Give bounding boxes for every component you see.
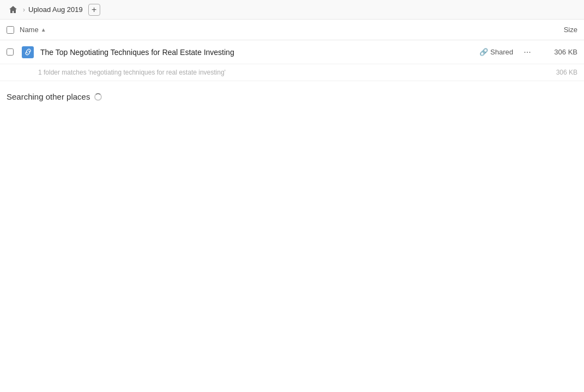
more-options-button[interactable]: ··· [520, 45, 535, 60]
other-places-text: Searching other places [7, 92, 90, 101]
file-checkbox-input[interactable] [7, 48, 14, 56]
add-button[interactable]: + [88, 4, 100, 16]
home-icon[interactable] [7, 3, 20, 16]
top-bar: › Upload Aug 2019 + [0, 0, 584, 20]
shared-label: Shared [490, 48, 513, 56]
shared-badge: 🔗 Shared [479, 48, 513, 56]
name-column-header[interactable]: Name ▲ [20, 26, 534, 34]
file-row[interactable]: The Top Negotiating Techniques for Real … [0, 40, 584, 64]
select-all-checkbox[interactable] [7, 26, 20, 34]
loading-spinner [94, 93, 102, 101]
other-places-section: Searching other places [0, 81, 584, 107]
breadcrumb-separator: › [23, 6, 25, 14]
column-header-row: Name ▲ Size [0, 20, 584, 40]
select-all-input[interactable] [7, 26, 14, 34]
name-column-label: Name [20, 26, 39, 34]
other-places-label: Searching other places [7, 92, 577, 101]
file-type-icon-wrap [20, 46, 36, 58]
sort-arrow-icon: ▲ [41, 27, 46, 33]
file-size-label: 306 KB [539, 48, 577, 56]
file-name-label: The Top Negotiating Techniques for Real … [40, 48, 479, 57]
size-column-header[interactable]: Size [534, 26, 577, 34]
file-type-icon [22, 46, 34, 58]
match-summary-size: 306 KB [539, 69, 577, 76]
breadcrumb-title[interactable]: Upload Aug 2019 [28, 5, 83, 14]
file-checkbox-wrap[interactable] [7, 48, 20, 56]
link-icon: 🔗 [479, 48, 488, 56]
match-summary-row: 1 folder matches 'negotiating techniques… [0, 64, 584, 81]
match-summary-text: 1 folder matches 'negotiating techniques… [38, 69, 539, 76]
